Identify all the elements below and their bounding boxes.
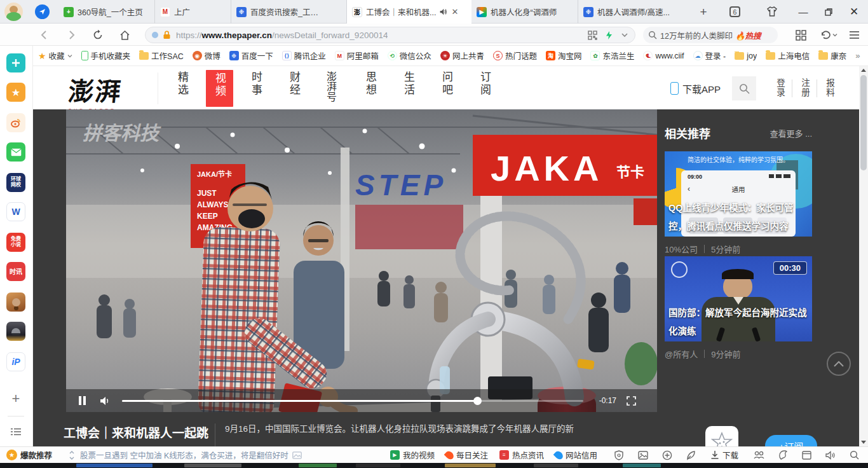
bookmark-mobile-favs[interactable]: 手机收藏夹 [81, 50, 131, 62]
maximize-button[interactable] [816, 0, 841, 24]
volume-icon[interactable] [100, 396, 111, 406]
site-status-icon[interactable] [152, 32, 158, 38]
bookmark-alimail[interactable]: M阿里邮箱 [335, 50, 379, 62]
nav-wenba[interactable]: 问吧 [438, 71, 454, 108]
scroll-down-arrow[interactable] [861, 441, 866, 444]
scrollbar-thumb[interactable] [860, 75, 867, 170]
window-split-icon[interactable] [802, 451, 811, 460]
accelerator-icon[interactable] [605, 31, 613, 40]
daily-follow-link[interactable]: 每日关注 [446, 449, 488, 461]
nav-dingyue[interactable]: 订阅 [477, 71, 492, 108]
page-scrollbar[interactable] [859, 66, 868, 446]
tipoff-link[interactable]: 报料 [817, 78, 841, 99]
bookmark-hot-topics[interactable]: S热门话题 [493, 50, 537, 62]
close-window-button[interactable]: ✕ [841, 0, 867, 24]
related-video-2[interactable]: 00:30 国防部：解放军今起台海附近实战化演练 [665, 256, 812, 341]
bookmark-folder-telecom[interactable]: 上海电信 [766, 50, 810, 62]
bookmark-donghao[interactable]: ✿东浩兰生 [590, 50, 634, 62]
theme-skin-icon[interactable] [766, 5, 778, 18]
tab-count-badge[interactable]: 6 [729, 6, 740, 17]
undo-closed-tab-icon[interactable] [817, 26, 840, 44]
menu-icon[interactable] [845, 26, 863, 44]
accounts-icon[interactable] [754, 451, 764, 459]
fullscreen-icon[interactable] [627, 396, 636, 406]
shield-icon[interactable] [614, 450, 624, 460]
qr-code-icon[interactable] [588, 31, 597, 40]
login-link[interactable]: 登录 [768, 78, 792, 99]
dock-add-icon[interactable]: + [6, 389, 25, 408]
game-booster-icon[interactable] [686, 450, 696, 460]
register-link[interactable]: 注册 [792, 78, 817, 99]
plugin-icon[interactable] [778, 450, 788, 460]
site-credit-link[interactable]: 网站信用 [555, 449, 597, 461]
new-tab-button[interactable]: + [693, 0, 714, 24]
apps-grid-icon[interactable] [792, 26, 810, 44]
nav-penpaihao[interactable]: 澎湃号 [323, 71, 338, 108]
bookmark-login[interactable]: ☁登录 - [693, 50, 726, 62]
tab-360-nav[interactable]: + 360导航_一个主页 [58, 0, 155, 24]
forward-button[interactable] [62, 26, 80, 44]
favorites-star-icon[interactable]: ★ [6, 83, 25, 102]
site-search-button[interactable] [732, 76, 756, 100]
dock-list-icon[interactable] [6, 422, 25, 441]
tab-thepaper-active[interactable]: 澎 工博会｜来和机器... ✕ [347, 0, 471, 24]
bookmark-folder-kangnai[interactable]: 康奈 [818, 50, 846, 62]
pp-video-icon[interactable]: iP [6, 352, 25, 371]
hot-news-link[interactable]: ≡ 热点资讯 [499, 449, 544, 461]
bookmark-taobao[interactable]: 淘淘宝网 [546, 50, 582, 62]
hot-search-text[interactable]: 12万年前的人类脚印 [660, 29, 733, 41]
related-more-link[interactable]: 查看更多 ... [770, 127, 812, 139]
quick-clip-icon[interactable] [6, 53, 25, 72]
bookmark-wechat[interactable]: ⟲微信公众 [388, 50, 431, 62]
tab-baidu-search[interactable]: ❉ 百度资讯搜索_工博会 [231, 0, 347, 24]
hot-search-badge[interactable]: 🔥热搜 [735, 29, 761, 41]
address-bar[interactable]: https://www.thepaper.cn/newsDetail_forwa… [145, 27, 635, 43]
tab-baidu-robot[interactable]: ❉ 机器人调酒师/高速... [578, 0, 686, 24]
tab-close-icon[interactable]: ✕ [451, 7, 458, 17]
thepaper-logo[interactable]: 澎湃 THE PAPER [69, 71, 122, 113]
progress-bar[interactable] [122, 400, 583, 402]
bookmark-work-sac[interactable]: 工作SAC [139, 50, 184, 62]
url-text[interactable]: https://www.thepaper.cn/newsDetail_forwa… [176, 31, 388, 40]
tab-audio-icon[interactable] [439, 8, 447, 16]
game-shooter-icon[interactable] [6, 322, 25, 341]
my-videos-link[interactable]: ▶ 我的视频 [390, 449, 435, 461]
back-button[interactable] [36, 26, 53, 44]
lock-icon[interactable] [163, 31, 171, 39]
bookmark-folder-joy[interactable]: joy [735, 52, 757, 60]
bookmark-gongqing[interactable]: ☀网上共青 [440, 50, 484, 62]
nav-shishi[interactable]: 时事 [248, 71, 264, 108]
user-avatar[interactable] [4, 3, 23, 21]
ticker-toggle-icon[interactable] [69, 451, 75, 460]
refresh-button[interactable] [89, 26, 107, 44]
bookmark-tencent[interactable]: ⟨⟩腾讯企业 [282, 50, 326, 62]
windows-taskbar-sliver[interactable] [0, 463, 868, 468]
minimize-button[interactable]: — [790, 0, 816, 24]
page-search-icon[interactable] [850, 450, 859, 460]
progress-handle[interactable] [473, 397, 482, 405]
bookmarks-overflow-chevron[interactable]: » [855, 51, 860, 60]
download-manager-link[interactable]: 下载 [710, 449, 738, 461]
related-video-1[interactable]: 简洁的社交体验，纯粹的学习氛围。 09:00 ‹ 通用 QQ上线青少年模式：家长… [665, 151, 812, 237]
sound-icon[interactable] [825, 451, 836, 460]
weibo-dock-icon[interactable] [6, 113, 25, 132]
back-to-top-button[interactable] [827, 352, 851, 376]
chevron-down-icon[interactable] [621, 31, 628, 39]
stock-ticker[interactable]: 股票一旦遇到 空中加油 K线形态，满仓买进，将是翻倍好时 [80, 449, 288, 461]
home-button[interactable] [116, 26, 133, 44]
tab-tencent-video[interactable]: ▶ 机器人化身“调酒师 [471, 0, 578, 24]
search-box[interactable]: 12万年前的人类脚印 🔥热搜 [643, 27, 778, 43]
snapshot-icon[interactable] [638, 451, 648, 460]
bookmark-ciif[interactable]: ℄www.ciif [643, 51, 684, 60]
nav-jingxuan[interactable]: 精选 [174, 71, 190, 108]
navigation-tab-icon[interactable] [35, 4, 50, 19]
free-novel-icon[interactable]: 免费小说 [6, 233, 25, 252]
bookmark-weibo[interactable]: ◉微博 [193, 50, 220, 62]
nav-sixiang[interactable]: 思想 [362, 71, 378, 108]
video-player[interactable]: STEP JAKA 节卡 JAKA/节卡 JUST ALWAYS KEEP AM… [66, 109, 657, 412]
tab-mail[interactable]: M 上广 [155, 0, 231, 24]
bookmark-baidu[interactable]: ❉百度一下 [229, 50, 273, 62]
download-app-button[interactable]: 下载APP [670, 82, 721, 95]
promo-link[interactable]: ★ 爆款推荐 [6, 449, 52, 461]
speedup-ball-icon[interactable] [662, 450, 672, 460]
